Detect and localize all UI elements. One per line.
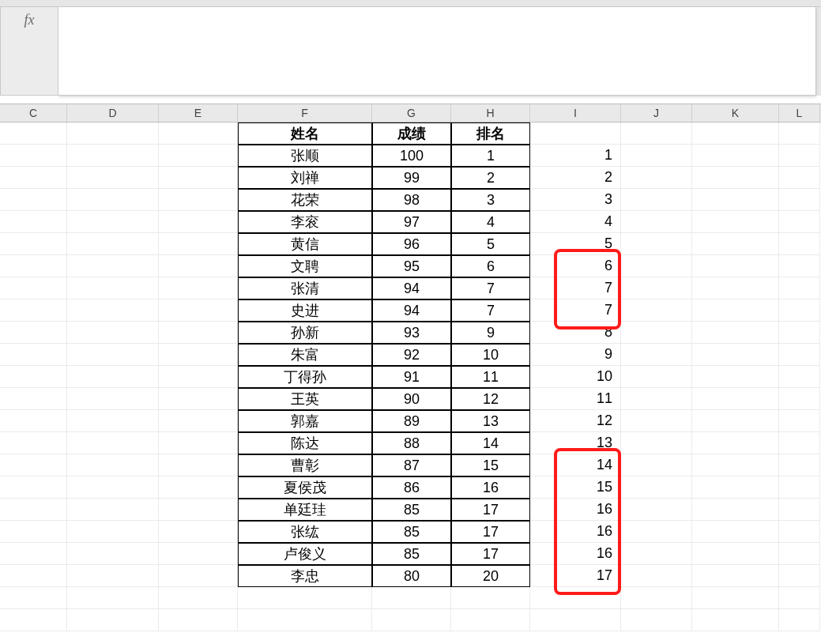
cell[interactable]: [0, 145, 67, 167]
cell[interactable]: [779, 145, 820, 167]
cell[interactable]: [159, 211, 238, 233]
cell[interactable]: [779, 587, 820, 609]
cell[interactable]: [159, 277, 238, 299]
cell[interactable]: [621, 145, 692, 167]
cell-name[interactable]: 曹彰: [238, 454, 372, 476]
cell[interactable]: [159, 122, 238, 145]
cell[interactable]: [67, 432, 159, 454]
cell[interactable]: [0, 189, 67, 211]
col-header[interactable]: D: [67, 104, 159, 122]
cell[interactable]: [67, 233, 159, 255]
cell-rank[interactable]: 17: [451, 543, 530, 565]
cell[interactable]: [779, 410, 820, 432]
col-header[interactable]: K: [692, 104, 779, 122]
cell[interactable]: [692, 211, 779, 233]
cell[interactable]: [692, 277, 779, 299]
cell[interactable]: [159, 565, 238, 587]
cell[interactable]: [692, 432, 779, 454]
cell-i[interactable]: 10: [530, 366, 621, 388]
cell[interactable]: [67, 565, 159, 587]
cell-name[interactable]: 史进: [238, 299, 372, 322]
cell[interactable]: [67, 211, 159, 233]
cell-name[interactable]: 陈达: [238, 432, 372, 454]
cell-rank[interactable]: 16: [451, 476, 530, 499]
cell[interactable]: [67, 587, 159, 609]
cell[interactable]: [692, 410, 779, 432]
cell-rank[interactable]: 20: [451, 565, 530, 587]
cell[interactable]: [692, 521, 779, 543]
cell-rank[interactable]: 5: [451, 233, 530, 255]
cell[interactable]: [692, 145, 779, 167]
cell-i[interactable]: 1: [530, 145, 621, 167]
cell[interactable]: [0, 366, 67, 388]
cell[interactable]: [159, 322, 238, 344]
cell[interactable]: [67, 476, 159, 499]
cell[interactable]: [779, 167, 820, 189]
cell[interactable]: [621, 189, 692, 211]
cell[interactable]: [0, 344, 67, 366]
cell[interactable]: [67, 454, 159, 476]
cell[interactable]: [159, 366, 238, 388]
cell-score[interactable]: 93: [372, 322, 451, 344]
cell[interactable]: [779, 366, 820, 388]
cell-score[interactable]: 100: [372, 145, 451, 167]
cell-score[interactable]: 95: [372, 255, 451, 277]
cell-i[interactable]: 7: [530, 277, 621, 299]
cell[interactable]: [779, 454, 820, 476]
cell-score[interactable]: 80: [372, 565, 451, 587]
cell[interactable]: [159, 609, 238, 631]
cell-score[interactable]: 90: [372, 388, 451, 410]
cell[interactable]: [692, 233, 779, 255]
cell-name[interactable]: 刘禅: [238, 167, 372, 189]
cell[interactable]: [692, 366, 779, 388]
cell[interactable]: [67, 255, 159, 277]
cell[interactable]: [621, 543, 692, 565]
cell[interactable]: [0, 432, 67, 454]
cell[interactable]: [159, 344, 238, 366]
cell-i[interactable]: 13: [530, 432, 621, 454]
cell-rank[interactable]: 10: [451, 344, 530, 366]
header-rank[interactable]: 排名: [451, 122, 530, 145]
cell-i[interactable]: 11: [530, 388, 621, 410]
cell[interactable]: [621, 322, 692, 344]
col-header[interactable]: G: [372, 104, 451, 122]
cell[interactable]: [779, 499, 820, 521]
cell[interactable]: [372, 609, 451, 631]
cell[interactable]: [530, 587, 621, 609]
cell[interactable]: [0, 587, 67, 609]
cell-name[interactable]: 花荣: [238, 189, 372, 211]
cell[interactable]: [159, 476, 238, 499]
cell[interactable]: [621, 233, 692, 255]
cell[interactable]: [451, 587, 530, 609]
cell[interactable]: [779, 476, 820, 499]
cell[interactable]: [692, 454, 779, 476]
cell[interactable]: [621, 587, 692, 609]
cell-rank[interactable]: 13: [451, 410, 530, 432]
cell-i[interactable]: 14: [530, 454, 621, 476]
cell-score[interactable]: 94: [372, 299, 451, 322]
col-header[interactable]: C: [0, 104, 67, 122]
header-name[interactable]: 姓名: [238, 122, 372, 145]
cell[interactable]: [0, 122, 67, 145]
cell[interactable]: [692, 499, 779, 521]
cell-name[interactable]: 张顺: [238, 145, 372, 167]
cell[interactable]: [159, 145, 238, 167]
cell-score[interactable]: 91: [372, 366, 451, 388]
cell[interactable]: [159, 543, 238, 565]
cell[interactable]: [67, 410, 159, 432]
cell[interactable]: [0, 167, 67, 189]
cell[interactable]: [67, 521, 159, 543]
cell[interactable]: [67, 122, 159, 145]
col-header[interactable]: I: [530, 104, 621, 122]
cell[interactable]: [67, 145, 159, 167]
cell-name[interactable]: 郭嘉: [238, 410, 372, 432]
cell-rank[interactable]: 7: [451, 277, 530, 299]
cell[interactable]: [159, 189, 238, 211]
cell[interactable]: [67, 167, 159, 189]
cell[interactable]: [621, 255, 692, 277]
cell-i[interactable]: 8: [530, 322, 621, 344]
cell[interactable]: [692, 167, 779, 189]
cell[interactable]: [67, 388, 159, 410]
cell-name[interactable]: 单廷珪: [238, 499, 372, 521]
cell[interactable]: [238, 587, 372, 609]
